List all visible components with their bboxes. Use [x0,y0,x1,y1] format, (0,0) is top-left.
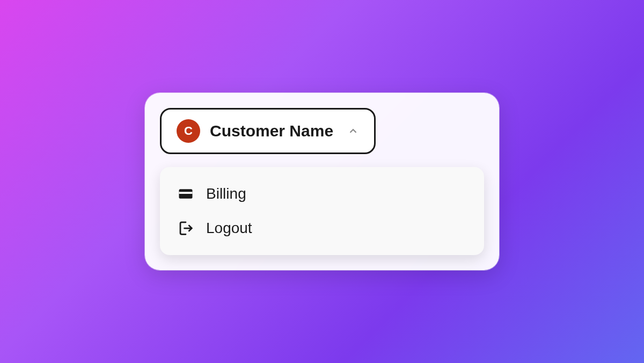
profile-dropdown-card: C Customer Name Billing [145,93,499,270]
profile-name: Customer Name [210,122,333,140]
avatar: C [177,119,200,143]
logout-icon [177,220,194,237]
chevron-up-icon [347,125,359,137]
svg-rect-1 [179,192,193,194]
dropdown-menu: Billing Logout [160,167,484,255]
menu-item-label: Billing [206,185,246,202]
menu-item-logout[interactable]: Logout [165,211,479,245]
credit-card-icon [177,185,194,202]
avatar-initial: C [184,124,193,138]
profile-toggle-button[interactable]: C Customer Name [160,108,376,154]
menu-item-billing[interactable]: Billing [165,177,479,211]
menu-item-label: Logout [206,220,252,237]
